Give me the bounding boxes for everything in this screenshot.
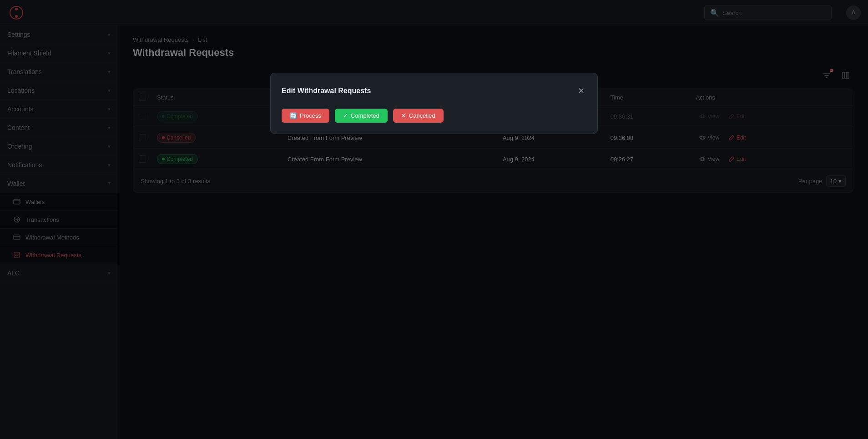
cancelled-button[interactable]: ✕ Cancelled (393, 109, 444, 123)
check-icon: ✓ (343, 112, 348, 119)
process-icon: 🔄 (290, 112, 297, 119)
modal-title: Edit Withdrawal Requests (282, 87, 371, 95)
modal-actions: 🔄 Process ✓ Completed ✕ Cancelled (282, 109, 586, 123)
modal-header: Edit Withdrawal Requests ✕ (282, 84, 586, 98)
modal-overlay[interactable]: Edit Withdrawal Requests ✕ 🔄 Process ✓ C… (0, 0, 868, 439)
process-button[interactable]: 🔄 Process (282, 109, 329, 123)
x-icon: ✕ (401, 112, 406, 119)
completed-button[interactable]: ✓ Completed (335, 109, 388, 123)
edit-modal: Edit Withdrawal Requests ✕ 🔄 Process ✓ C… (270, 73, 598, 134)
modal-close-button[interactable]: ✕ (576, 84, 586, 98)
